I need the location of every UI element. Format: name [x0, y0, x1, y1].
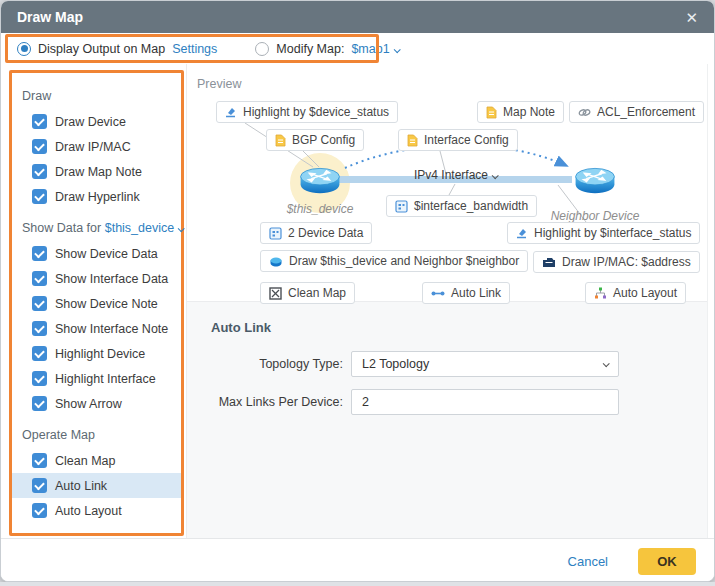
- max-links-input[interactable]: [351, 389, 619, 415]
- dialog-titlebar: Draw Map ✕: [1, 1, 714, 33]
- checkbox-checked-icon[interactable]: [32, 296, 47, 311]
- dialog-title: Draw Map: [17, 9, 83, 25]
- checkbox-checked-icon[interactable]: [32, 346, 47, 361]
- highlighter-icon: [225, 106, 237, 118]
- chip-draw-devices[interactable]: Draw $this_device and Neighbor $neighbor: [260, 250, 528, 272]
- map-variable-dropdown[interactable]: $map1: [351, 42, 398, 56]
- auto-link-settings-panel: Auto Link Topology Type: L2 Topology Max…: [187, 301, 707, 538]
- checkbox-draw-hyperlink[interactable]: Draw Hyperlink: [12, 184, 181, 209]
- chip-clean-map[interactable]: Clean Map: [260, 282, 355, 304]
- checkbox-checked-icon[interactable]: [32, 371, 47, 386]
- chip-bgp-config[interactable]: BGP Config: [266, 129, 364, 151]
- preview-title: Preview: [197, 77, 241, 91]
- map-preview-canvas: Preview Highlight by $device_status BGP …: [187, 64, 707, 301]
- chip-auto-layout[interactable]: Auto Layout: [585, 282, 686, 304]
- draw-options-sidebar: Draw Draw Device Draw IP/MAC Draw Map No…: [1, 64, 187, 538]
- checkbox-highlight-interface[interactable]: Highlight Interface: [12, 366, 181, 391]
- auto-link-panel-title: Auto Link: [211, 320, 707, 335]
- checkbox-draw-device[interactable]: Draw Device: [12, 109, 181, 134]
- checkbox-auto-link[interactable]: Auto Link: [12, 473, 181, 498]
- document-icon: [486, 106, 497, 119]
- checkbox-checked-icon[interactable]: [32, 271, 47, 286]
- link-type-dropdown[interactable]: IPv4 Interface: [339, 168, 572, 182]
- chip-highlight-interface-status[interactable]: Highlight by $interface_status: [507, 222, 700, 244]
- router-mini-icon: [269, 256, 283, 267]
- chip-device-data[interactable]: 2 Device Data: [260, 222, 372, 244]
- this-device-label: $this_device: [260, 202, 380, 216]
- ip-mac-icon: [542, 256, 556, 268]
- chip-auto-link[interactable]: Auto Link: [422, 282, 510, 304]
- section-title-draw: Draw: [12, 83, 181, 109]
- radio-unselected-icon[interactable]: [255, 42, 269, 56]
- auto-layout-icon: [594, 287, 607, 299]
- document-icon: [275, 134, 286, 147]
- chip-highlight-device-status[interactable]: Highlight by $device_status: [216, 101, 398, 123]
- radio-selected-icon[interactable]: [17, 42, 31, 56]
- checkbox-checked-icon[interactable]: [32, 246, 47, 261]
- chip-draw-ipmac[interactable]: Draw IP/MAC: $address: [533, 251, 700, 273]
- section-title-show-data: Show Data for $this_device: [12, 215, 181, 241]
- topology-type-select[interactable]: L2 Topology: [351, 351, 619, 377]
- checkbox-checked-icon[interactable]: [32, 453, 47, 468]
- hyperlink-icon: [578, 107, 591, 118]
- checkbox-show-arrow[interactable]: Show Arrow: [12, 391, 181, 416]
- dialog-footer: Cancel OK: [1, 538, 714, 582]
- checkbox-auto-layout[interactable]: Auto Layout: [12, 498, 181, 523]
- checkbox-draw-map-note[interactable]: Draw Map Note: [12, 159, 181, 184]
- section-title-operate-map: Operate Map: [12, 422, 181, 448]
- topology-type-label: Topology Type:: [211, 357, 343, 371]
- radio-display-output[interactable]: Display Output on Map Settings: [17, 42, 217, 56]
- chip-map-note[interactable]: Map Note: [477, 101, 564, 123]
- radio-display-output-label: Display Output on Map: [38, 42, 165, 56]
- checkbox-show-interface-note[interactable]: Show Interface Note: [12, 316, 181, 341]
- radio-modify-map[interactable]: Modify Map: $map1: [255, 42, 398, 56]
- ok-button[interactable]: OK: [638, 548, 696, 575]
- data-table-icon: [269, 227, 282, 240]
- max-links-label: Max Links Per Device:: [211, 395, 343, 409]
- checkbox-checked-icon[interactable]: [32, 503, 47, 518]
- chevron-down-icon: [178, 225, 185, 232]
- checkbox-checked-icon[interactable]: [32, 164, 47, 179]
- radio-modify-map-label: Modify Map:: [276, 42, 344, 56]
- clean-map-icon: [269, 287, 282, 300]
- settings-link[interactable]: Settings: [172, 42, 217, 56]
- checkbox-checked-icon[interactable]: [32, 139, 47, 154]
- this-device-dropdown[interactable]: $this_device: [105, 221, 184, 235]
- document-icon: [407, 134, 418, 147]
- chevron-down-icon: [492, 172, 499, 179]
- chip-acl-enforcement[interactable]: ACL_Enforcement: [569, 101, 704, 123]
- checkbox-checked-icon[interactable]: [32, 321, 47, 336]
- checkbox-checked-icon[interactable]: [32, 396, 47, 411]
- router-icon-this-device[interactable]: [297, 165, 343, 198]
- checkbox-checked-icon[interactable]: [32, 114, 47, 129]
- checkbox-clean-map[interactable]: Clean Map: [12, 448, 181, 473]
- highlighter-icon: [516, 227, 528, 239]
- cancel-button[interactable]: Cancel: [568, 554, 608, 569]
- checkbox-show-interface-data[interactable]: Show Interface Data: [12, 266, 181, 291]
- chip-interface-bandwidth[interactable]: $interface_bandwidth: [386, 195, 537, 217]
- sidebar-highlight-box: Draw Draw Device Draw IP/MAC Draw Map No…: [9, 70, 184, 536]
- checkbox-show-device-data[interactable]: Show Device Data: [12, 241, 181, 266]
- checkbox-draw-ipmac[interactable]: Draw IP/MAC: [12, 134, 181, 159]
- close-icon[interactable]: ✕: [685, 10, 698, 25]
- draw-map-dialog: Draw Map ✕ Display Output on Map Setting…: [0, 0, 715, 582]
- chevron-down-icon: [393, 46, 400, 53]
- output-mode-row: Display Output on Map Settings Modify Ma…: [1, 33, 714, 64]
- data-table-icon: [395, 200, 408, 213]
- checkbox-highlight-device[interactable]: Highlight Device: [12, 341, 181, 366]
- neighbor-device-label: Neighbor Device: [535, 209, 655, 223]
- checkbox-show-device-note[interactable]: Show Device Note: [12, 291, 181, 316]
- chip-interface-config[interactable]: Interface Config: [398, 129, 518, 151]
- chevron-down-icon: [603, 360, 610, 367]
- checkbox-checked-icon[interactable]: [32, 478, 47, 493]
- router-icon-neighbor-device[interactable]: [572, 165, 618, 198]
- auto-link-icon: [431, 289, 445, 298]
- checkbox-checked-icon[interactable]: [32, 189, 47, 204]
